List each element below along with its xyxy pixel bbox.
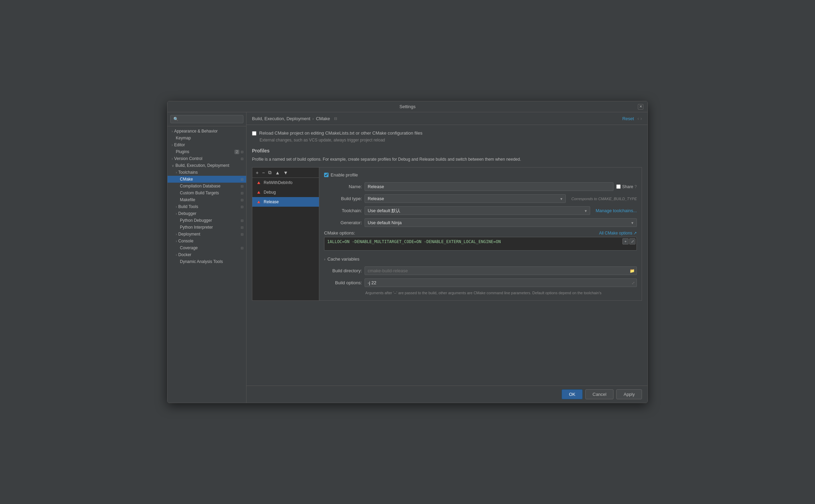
ok-button[interactable]: OK bbox=[562, 389, 583, 399]
reload-checkbox-label: Reload CMake project on editing CMakeLis… bbox=[259, 130, 422, 136]
breadcrumb-sep: › bbox=[312, 116, 314, 121]
arrow-icon: › bbox=[176, 171, 177, 174]
build-type-select[interactable]: Release Debug RelWithDebInfo MinSizeRel bbox=[365, 194, 566, 203]
sidebar-item-label: Console bbox=[178, 239, 193, 243]
sidebar-item-coverage[interactable]: Coverage⊟ bbox=[168, 244, 246, 251]
item-badges: ⊟ bbox=[241, 184, 243, 188]
expand-icon: ⤢ bbox=[632, 280, 635, 285]
manage-toolchains-link[interactable]: Manage toolchains... bbox=[596, 208, 637, 213]
sidebar-item-keymap[interactable]: Keymap bbox=[168, 135, 246, 141]
title-bar: Settings ✕ bbox=[168, 101, 647, 112]
sidebar-item-build-exec-deploy[interactable]: ∨Build, Execution, Deployment bbox=[168, 162, 246, 169]
cmake-corner-buttons: + ⤢ bbox=[622, 238, 635, 244]
cmake-options-textarea[interactable]: 1ALLOC=ON -DENABLE_MULTITARGET_CODE=ON -… bbox=[324, 237, 637, 251]
sidebar-item-python-debugger[interactable]: Python Debugger⊟ bbox=[168, 217, 246, 224]
move-down-button[interactable]: ▼ bbox=[282, 169, 289, 176]
profile-item-debug[interactable]: 🔺Debug bbox=[252, 187, 319, 197]
repo-icon: ⊟ bbox=[241, 232, 243, 236]
sidebar-item-custom-build[interactable]: Custom Build Targets⊟ bbox=[168, 190, 246, 196]
nav-forward-arrow[interactable]: › bbox=[640, 116, 642, 121]
sidebar-item-makefile[interactable]: Makefile⊟ bbox=[168, 196, 246, 203]
sidebar-item-editor[interactable]: ›Editor bbox=[168, 141, 246, 148]
profile-name: Release bbox=[264, 199, 279, 204]
sidebar-item-docker[interactable]: ›Docker bbox=[168, 251, 246, 258]
share-label: Share bbox=[622, 184, 633, 189]
build-options-input[interactable] bbox=[365, 278, 637, 287]
sidebar-item-debugger[interactable]: ›Debugger bbox=[168, 210, 246, 217]
sidebar-item-compilation-db[interactable]: Compilation Database⊟ bbox=[168, 183, 246, 190]
sidebar-item-label: CMake bbox=[180, 177, 193, 182]
content-body: Reload CMake project on editing CMakeLis… bbox=[246, 125, 647, 386]
item-badges: ⊟ bbox=[241, 198, 243, 202]
name-input[interactable] bbox=[365, 182, 613, 191]
profiles-layout: + − ⧉ ▲ ▼ 🔺RelWithDebInfo🔺Debug🔺Release bbox=[252, 167, 642, 301]
generator-label: Generator: bbox=[324, 220, 362, 225]
cmake-add-option-button[interactable]: + bbox=[622, 238, 629, 244]
sidebar-item-toolchains[interactable]: ›Toolchains bbox=[168, 169, 246, 176]
cmake-expand-button[interactable]: ⤢ bbox=[629, 238, 635, 244]
sidebar-item-python-interpreter[interactable]: Python Interpreter⊟ bbox=[168, 224, 246, 231]
nav-back-arrow[interactable]: ‹ bbox=[638, 116, 639, 121]
profiles-list-items: 🔺RelWithDebInfo🔺Debug🔺Release bbox=[252, 178, 319, 207]
sidebar-item-label: Custom Build Targets bbox=[180, 191, 219, 195]
share-help-icon[interactable]: ? bbox=[634, 184, 637, 189]
item-badges: ⊟ bbox=[241, 157, 243, 161]
folder-icon: 📁 bbox=[630, 268, 635, 273]
sidebar-item-deployment[interactable]: ›Deployment⊟ bbox=[168, 231, 246, 238]
sidebar-item-appearance[interactable]: ›Appearance & Behavior bbox=[168, 128, 246, 135]
arrow-icon: › bbox=[172, 143, 173, 147]
bottom-bar: OK Cancel Apply bbox=[246, 386, 647, 403]
arrow-icon: › bbox=[176, 239, 177, 243]
sidebar-item-build-tools[interactable]: ›Build Tools⊟ bbox=[168, 203, 246, 210]
sidebar-item-label: Python Interpreter bbox=[180, 225, 213, 230]
profile-item-relwithdebinfo[interactable]: 🔺RelWithDebInfo bbox=[252, 178, 319, 187]
sidebar-item-dynamic-analysis[interactable]: Dynamic Analysis Tools bbox=[168, 258, 246, 265]
sidebar-item-plugins[interactable]: Plugins2⊟ bbox=[168, 148, 246, 155]
share-checkbox[interactable] bbox=[616, 184, 621, 189]
enable-profile-checkbox[interactable] bbox=[324, 173, 329, 177]
copy-profile-button[interactable]: ⧉ bbox=[267, 169, 273, 176]
profiles-desc: Profile is a named set of build options.… bbox=[252, 156, 642, 162]
repo-icon: ⊟ bbox=[241, 184, 243, 188]
profile-icon: 🔺 bbox=[256, 180, 262, 185]
arrow-icon: ∨ bbox=[172, 164, 174, 168]
all-cmake-options-link[interactable]: All CMake options ↗ bbox=[599, 231, 637, 236]
item-badges: ⊟ bbox=[241, 177, 243, 181]
cancel-button[interactable]: Cancel bbox=[585, 389, 613, 399]
sidebar-item-label: Appearance & Behavior bbox=[174, 129, 218, 134]
sidebar-item-console[interactable]: ›Console bbox=[168, 238, 246, 244]
profiles-list: + − ⧉ ▲ ▼ 🔺RelWithDebInfo🔺Debug🔺Release bbox=[252, 168, 319, 300]
sidebar-item-label: Build Tools bbox=[178, 204, 198, 209]
sidebar-item-label: Editor bbox=[174, 142, 185, 147]
build-type-row: Build type: Release Debug RelWithDebInfo… bbox=[324, 194, 637, 203]
reload-checkbox[interactable] bbox=[252, 131, 256, 136]
arrow-icon: › bbox=[176, 232, 177, 236]
arrow-icon: › bbox=[172, 157, 173, 161]
apply-button[interactable]: Apply bbox=[616, 389, 642, 399]
close-button[interactable]: ✕ bbox=[638, 104, 643, 110]
arrow-icon: › bbox=[176, 253, 177, 257]
profile-item-release[interactable]: 🔺Release bbox=[252, 197, 319, 207]
reset-link[interactable]: Reset bbox=[622, 116, 634, 121]
sidebar-item-cmake[interactable]: CMake⊟ bbox=[168, 176, 246, 183]
cache-vars-chevron-icon: › bbox=[324, 257, 325, 261]
generator-select[interactable]: Use default Ninja bbox=[365, 218, 637, 227]
nav-arrows: ‹ › bbox=[638, 116, 642, 121]
profile-name: Debug bbox=[264, 190, 276, 195]
build-dir-input[interactable] bbox=[365, 266, 637, 275]
generator-select-wrapper: Use default Ninja ▼ bbox=[365, 218, 637, 227]
profiles-toolbar: + − ⧉ ▲ ▼ bbox=[252, 168, 319, 178]
build-hint-text: Arguments after '--' are passed to the b… bbox=[365, 290, 637, 296]
search-input[interactable] bbox=[170, 115, 243, 123]
toolchain-select[interactable]: Use default 默认 bbox=[365, 206, 590, 215]
share-row: Share ? bbox=[616, 184, 637, 189]
sidebar-item-label: Compilation Database bbox=[180, 184, 220, 188]
profile-detail: Enable profile Name: Share ? bbox=[319, 168, 642, 300]
sidebar-item-version-control[interactable]: ›Version Control⊟ bbox=[168, 155, 246, 162]
cache-variables-row[interactable]: › Cache variables bbox=[324, 255, 637, 263]
move-up-button[interactable]: ▲ bbox=[274, 169, 281, 176]
remove-profile-button[interactable]: − bbox=[261, 169, 266, 176]
add-profile-button[interactable]: + bbox=[254, 169, 260, 176]
repo-icon: ⊟ bbox=[241, 157, 243, 161]
header-right: Reset ‹ › bbox=[622, 116, 642, 121]
